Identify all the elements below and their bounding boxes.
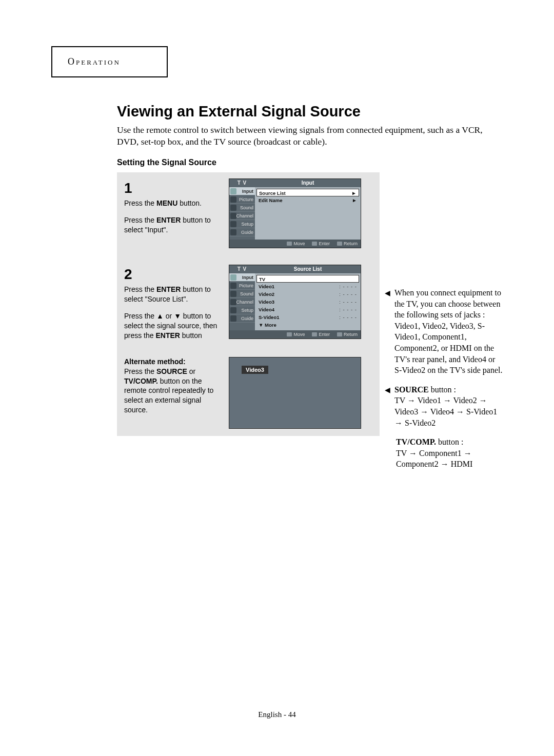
osd2-header-right: Source List [255, 265, 361, 273]
step-2-line-1: Press the ENTER button to select "Source… [124, 285, 222, 304]
osd1-header-left: T V [229, 179, 255, 187]
step-2-number: 2 [124, 265, 222, 284]
osd-screenshot-3: Video3 [229, 357, 361, 429]
osd2-side-channel: Channel [229, 298, 255, 306]
osd1-row-source-list: Source List► [256, 189, 359, 196]
osd1-side-sound: Sound [229, 204, 255, 212]
note-3: TV/COMP. button : TV → Component1 → Comp… [396, 436, 503, 470]
osd1-side-input: Input [229, 187, 255, 195]
osd2-row-video2: Video2: - - - - [256, 290, 359, 298]
osd1-side-guide: Guide [229, 228, 255, 236]
step-2: 2 Press the ENTER button to select "Sour… [124, 265, 372, 341]
section-header-box: Operation [51, 46, 168, 77]
osd1-side-channel: Channel [229, 212, 255, 220]
osd-screenshot-2: T V Source List Input Picture Sound Chan… [229, 265, 361, 339]
osd2-footer: Move Enter Return [229, 330, 361, 339]
osd2-side-input: Input [229, 273, 255, 282]
osd2-side-guide: Guide [229, 314, 255, 323]
osd2-row-svideo1: S-Video1: - - - - [256, 313, 359, 321]
down-arrow-icon: ▼ [174, 312, 181, 320]
osd2-row-video1: Video1: - - - - [256, 283, 359, 290]
step-1-line-2: Press the ENTER button to select "Input"… [124, 215, 222, 235]
osd1-footer: Move Enter Return [229, 240, 361, 248]
osd2-row-video4: Video4: - - - - [256, 306, 359, 313]
side-notes: ◀ When you connect equipment to the TV, … [385, 287, 503, 477]
page-title: Viewing an External Signal Source [117, 103, 497, 120]
osd2-header-left: T V [229, 265, 255, 273]
osd1-header-right: Input [255, 179, 361, 187]
step-1-line-1: Press the MENU button. [124, 198, 222, 208]
osd1-side-setup: Setup [229, 220, 255, 228]
note-1: ◀ When you connect equipment to the TV, … [385, 287, 503, 376]
intro-text: Use the remote control to switch between… [117, 124, 497, 148]
osd2-side-sound: Sound [229, 290, 255, 298]
note-2: ◀ SOURCE button : TV → Video1 → Video2 →… [385, 384, 503, 428]
alternate-method-text: Alternate method: Press the SOURCE or TV… [124, 357, 222, 415]
triangle-bullet-icon: ◀ [385, 385, 390, 428]
osd1-side-picture: Picture [229, 195, 255, 204]
up-arrow-icon: ▲ [156, 312, 164, 320]
osd-screenshot-1: T V Input Input Picture Sound Channel Se… [229, 178, 361, 248]
step-1: 1 Press the MENU button. Press the ENTER… [124, 178, 372, 248]
osd2-row-video3: Video3: - - - - [256, 298, 359, 306]
page-footer: English - 44 [0, 710, 554, 719]
osd3-source-label: Video3 [242, 366, 268, 374]
step-1-number: 1 [124, 178, 222, 198]
triangle-bullet-icon: ◀ [385, 288, 390, 376]
section-label: Operation [68, 56, 121, 67]
osd2-row-tv: TV [256, 275, 359, 283]
osd2-side-picture: Picture [229, 282, 255, 290]
osd2-row-more: ▼ More [256, 321, 359, 329]
step-2-line-2: Press the ▲ or ▼ button to select the si… [124, 311, 222, 341]
subtitle: Setting the Signal Source [117, 158, 497, 167]
alternate-method: Alternate method: Press the SOURCE or TV… [124, 357, 372, 429]
osd1-row-edit-name: Edit Name► [256, 196, 359, 204]
steps-panel: 1 Press the MENU button. Press the ENTER… [117, 172, 380, 436]
osd2-side-setup: Setup [229, 306, 255, 314]
